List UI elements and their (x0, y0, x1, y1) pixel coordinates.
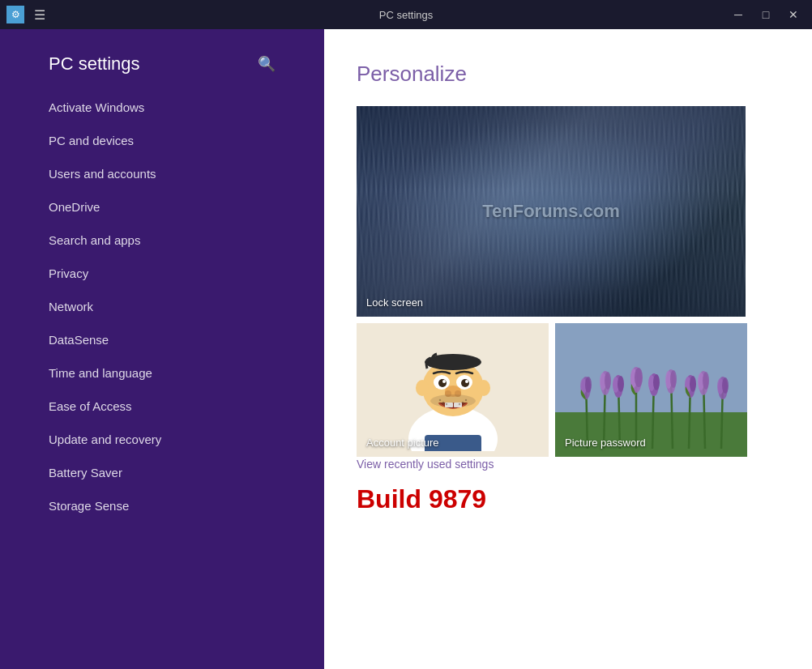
svg-point-42 (605, 372, 611, 390)
svg-point-22 (445, 403, 447, 404)
svg-point-20 (438, 398, 440, 400)
svg-point-23 (458, 403, 459, 404)
minimize-button[interactable]: ─ (726, 3, 750, 26)
sidebar-item-search-and-apps[interactable]: Search and apps (0, 224, 324, 257)
window-controls: ─ □ ✕ (726, 3, 806, 26)
svg-point-6 (416, 380, 429, 396)
svg-point-48 (635, 368, 643, 387)
svg-point-10 (438, 379, 447, 387)
sidebar-item-privacy[interactable]: Privacy (0, 257, 324, 290)
lock-screen-label: Lock screen (366, 296, 423, 309)
svg-point-60 (703, 372, 709, 390)
content-area: Personalize TenForums.com Lock screen (324, 29, 812, 669)
sidebar-item-time-and-language[interactable]: Time and language (0, 356, 324, 390)
sidebar-item-onedrive[interactable]: OneDrive (0, 190, 324, 224)
watermark: TenForums.com (482, 201, 620, 222)
sidebar-item-activate-windows[interactable]: Activate Windows (0, 91, 324, 124)
titlebar: ⚙ ☰ PC settings ─ □ ✕ (0, 0, 812, 29)
sidebar-item-storage-sense[interactable]: Storage Sense (0, 489, 324, 522)
bottom-row: Account picture (357, 323, 780, 457)
svg-point-19 (430, 394, 476, 407)
hamburger-icon[interactable]: ☰ (34, 7, 45, 23)
sidebar-item-pc-and-devices[interactable]: PC and devices (0, 124, 324, 157)
sidebar-header: PC settings 🔍 (0, 45, 324, 91)
lock-screen-tile[interactable]: TenForums.com Lock screen (357, 106, 746, 317)
svg-point-57 (690, 376, 696, 392)
sidebar: PC settings 🔍 Activate Windows PC and de… (0, 29, 324, 669)
svg-point-45 (618, 376, 624, 392)
svg-point-63 (722, 377, 729, 394)
svg-rect-27 (555, 412, 747, 457)
page-title: Personalize (357, 62, 780, 87)
sidebar-item-datasense[interactable]: DataSense (0, 323, 324, 356)
app-icon: ⚙ (6, 6, 24, 23)
restore-button[interactable]: □ (754, 3, 778, 26)
sidebar-title: PC settings (49, 53, 140, 75)
sidebar-nav: Activate Windows PC and devices Users an… (0, 91, 324, 522)
account-picture-tile[interactable]: Account picture (357, 323, 549, 457)
sidebar-item-users-and-accounts[interactable]: Users and accounts (0, 157, 324, 190)
homer-svg (380, 330, 526, 451)
view-recently-used-link[interactable]: View recently used settings (357, 458, 494, 471)
svg-point-12 (442, 380, 446, 383)
svg-point-54 (670, 370, 677, 388)
main-container: PC settings 🔍 Activate Windows PC and de… (0, 29, 812, 669)
sidebar-item-update-and-recovery[interactable]: Update and recovery (0, 423, 324, 456)
svg-point-13 (465, 380, 468, 383)
picture-password-label: Picture password (565, 437, 646, 449)
svg-point-39 (585, 377, 592, 393)
personalize-grid: TenForums.com Lock screen (357, 106, 780, 457)
titlebar-left: ⚙ ☰ (6, 6, 45, 23)
picture-password-tile[interactable]: Picture password (555, 323, 747, 457)
close-button[interactable]: ✕ (781, 3, 806, 26)
build-number: Build 9879 (357, 484, 780, 514)
svg-point-24 (461, 401, 463, 403)
search-icon[interactable]: 🔍 (258, 55, 276, 73)
sidebar-item-ease-of-access[interactable]: Ease of Access (0, 390, 324, 423)
svg-point-51 (653, 374, 660, 390)
svg-point-11 (461, 379, 469, 387)
sidebar-item-network[interactable]: Network (0, 290, 324, 323)
sidebar-item-battery-saver[interactable]: Battery Saver (0, 456, 324, 489)
window-title: PC settings (379, 9, 433, 21)
svg-point-7 (477, 380, 490, 396)
account-picture-label: Account picture (366, 437, 439, 449)
svg-point-25 (464, 398, 466, 400)
lock-screen-row: TenForums.com Lock screen (357, 106, 780, 317)
svg-point-21 (442, 401, 443, 403)
